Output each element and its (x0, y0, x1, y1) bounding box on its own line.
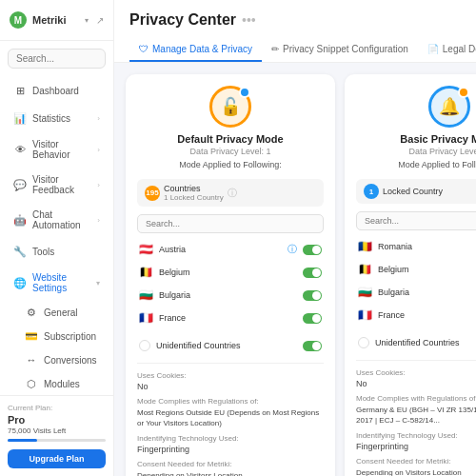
unidentified-circle (358, 337, 369, 348)
country-name: France (378, 310, 476, 320)
sidebar-item-chat-automation[interactable]: 🤖 Chat Automation › (4, 203, 109, 237)
country-item: 🇧🇬 Bulgaria (137, 285, 324, 306)
plan-visits: 75,000 Visits Left (8, 426, 106, 435)
tab-snippet-config[interactable]: ✏ Privacy Snippet Configuration (262, 38, 418, 62)
sidebar-item-label: Visitor Behavior (32, 139, 91, 160)
country-item: 🇦🇹 Austria ⓘ (137, 239, 324, 260)
card-icon-ring: 🔔 (428, 86, 470, 128)
sidebar-item-general[interactable]: ⚙ General (4, 301, 109, 324)
country-search-input[interactable] (356, 211, 476, 230)
complies-label: Mode Complies with Regulations of: (356, 394, 476, 403)
chevron-icon: › (97, 146, 100, 154)
sidebar-item-modules[interactable]: ⬡ Modules (4, 372, 109, 395)
sidebar-nav: ⊞ Dashboard 📊 Statistics › 👁 Visitor Beh… (0, 76, 113, 395)
chevron-icon: › (97, 114, 100, 123)
consent-label: Consent Needed for Metriki: (356, 457, 476, 466)
card-subtitle: Data Privacy Level: 1 (189, 147, 270, 156)
flag-icon: 🇧🇬 (139, 288, 153, 302)
external-link-icon[interactable]: ↗ (96, 15, 104, 26)
card-mode-label: Mode Applied to Following: (179, 160, 282, 169)
title-row: Privacy Center ••• (129, 11, 461, 29)
chevron-icon: › (97, 181, 100, 189)
default-privacy-card: 🔓 Default Privacy Mode Data Privacy Leve… (126, 74, 335, 476)
chevron-icon: › (97, 216, 100, 225)
subscription-icon: 💳 (25, 329, 38, 343)
chevron-down-icon: ▾ (96, 279, 100, 288)
sidebar-item-statistics[interactable]: 📊 Statistics › (4, 105, 109, 131)
card-title: Basic Privacy Mode (400, 133, 476, 145)
country-toggle[interactable] (303, 268, 322, 278)
unidentified-toggle[interactable] (303, 341, 322, 351)
card-header: 🔓 Default Privacy Mode Data Privacy Leve… (137, 86, 324, 169)
country-list: 🇦🇹 Austria ⓘ 🇧🇪 Belgium 🇧🇬 B (137, 239, 324, 328)
tab-label: Privacy Snippet Configuration (283, 44, 408, 54)
sidebar-item-label: Dashboard (32, 86, 100, 96)
edit-icon: ✏ (271, 44, 279, 54)
card-stats: 195 Countries 1 Locked Country ⓘ (137, 179, 324, 207)
sidebar-item-label: Modules (44, 379, 80, 389)
country-name: Austria (159, 245, 282, 254)
complies-row: Mode Complies with Regulations of: Most … (137, 397, 324, 428)
sidebar-item-label: Subscription (44, 331, 96, 342)
flag-icon: 🇷🇴 (358, 240, 372, 253)
sidebar-item-label: Website Settings (32, 272, 90, 293)
card-icon-ring: 🔓 (209, 86, 251, 128)
flag-icon: 🇫🇷 (358, 308, 372, 322)
tabs-container: 🛡 Manage Data & Privacy ✏ Privacy Snippe… (129, 38, 461, 62)
sidebar-logo[interactable]: M Metriki ▾ ↗ (0, 0, 113, 41)
content-area: 🔓 Default Privacy Mode Data Privacy Leve… (114, 63, 476, 476)
stats-sub-text: 1 Locked Country (164, 193, 224, 202)
country-toggle[interactable] (303, 313, 322, 324)
uses-cookies-row: Uses Cookies: No (137, 371, 324, 391)
complies-label: Mode Complies with Regulations of: (137, 397, 324, 406)
country-name: Belgium (159, 268, 297, 277)
stats-text: Countries (164, 184, 224, 193)
tab-legal-docs[interactable]: 📄 Legal Documents (418, 38, 476, 62)
sidebar-item-conversions[interactable]: ↔ Conversions (4, 348, 109, 371)
sidebar-item-dashboard[interactable]: ⊞ Dashboard (4, 77, 109, 104)
flag-icon: 🇧🇬 (358, 286, 372, 299)
sidebar-item-website-settings[interactable]: 🌐 Website Settings ▾ (4, 266, 109, 300)
card-stats: 1 Locked Country ⓘ (356, 179, 476, 204)
document-icon: 📄 (427, 44, 439, 54)
upgrade-plan-button[interactable]: Upgrade Plan (8, 449, 106, 468)
search-input[interactable] (8, 49, 106, 69)
card-title: Default Privacy Mode (177, 133, 283, 145)
unlock-icon: 🔓 (220, 96, 241, 117)
tools-icon: 🔧 (13, 245, 27, 258)
plan-section: Current Plan: Pro 75,000 Visits Left Upg… (0, 395, 113, 476)
country-toggle[interactable] (303, 290, 322, 301)
consent-value: Depending on Visitors Location (356, 467, 476, 476)
country-search-input[interactable] (137, 214, 324, 233)
card-mode-label: Mode Applied to Following: (398, 160, 476, 169)
stats-badge: 195 (145, 186, 160, 201)
main-header: Privacy Center ••• 🛡 Manage Data & Priva… (114, 0, 476, 63)
card-dot-indicator (239, 87, 250, 98)
identifying-label: Indentifying Technology Used: (137, 434, 324, 443)
flag-icon: 🇫🇷 (139, 311, 153, 325)
country-item: 🇧🇬 Bulgaria (356, 282, 476, 303)
plan-progress-bar (8, 439, 106, 442)
identifying-row: Indentifying Technology Used: Fingerprin… (356, 431, 476, 451)
sidebar-item-visitor-feedback[interactable]: 💬 Visitor Feedback › (4, 168, 109, 202)
sidebar: M Metriki ▾ ↗ ⊞ Dashboard 📊 Statistics ›… (0, 0, 114, 476)
sidebar-item-subscription[interactable]: 💳 Subscription (4, 325, 109, 347)
options-menu-icon[interactable]: ••• (242, 12, 256, 28)
sidebar-item-label: Conversions (44, 355, 97, 366)
country-item: 🇧🇪 Belgium (356, 259, 476, 280)
country-name: Bulgaria (159, 290, 297, 300)
basic-privacy-card: 🔔 Basic Privacy Mode Data Privacy Level:… (345, 74, 476, 476)
divider (356, 360, 476, 361)
card-subtitle: Data Privacy Level: 2 (408, 147, 476, 156)
country-name: Bulgaria (378, 288, 476, 297)
logo-text: Metriki (32, 14, 66, 26)
website-settings-icon: 🌐 (13, 276, 27, 289)
stats-text: Locked Country (383, 187, 476, 196)
country-toggle[interactable] (303, 245, 322, 255)
current-plan-label: Current Plan: (8, 404, 106, 412)
sidebar-item-visitor-behavior[interactable]: 👁 Visitor Behavior › (4, 132, 109, 167)
sidebar-item-tools[interactable]: 🔧 Tools (4, 238, 109, 265)
unidentified-row: Unidentified Countries (356, 333, 476, 352)
tab-manage-data[interactable]: 🛡 Manage Data & Privacy (129, 38, 262, 62)
country-item: 🇧🇪 Belgium (137, 262, 324, 283)
